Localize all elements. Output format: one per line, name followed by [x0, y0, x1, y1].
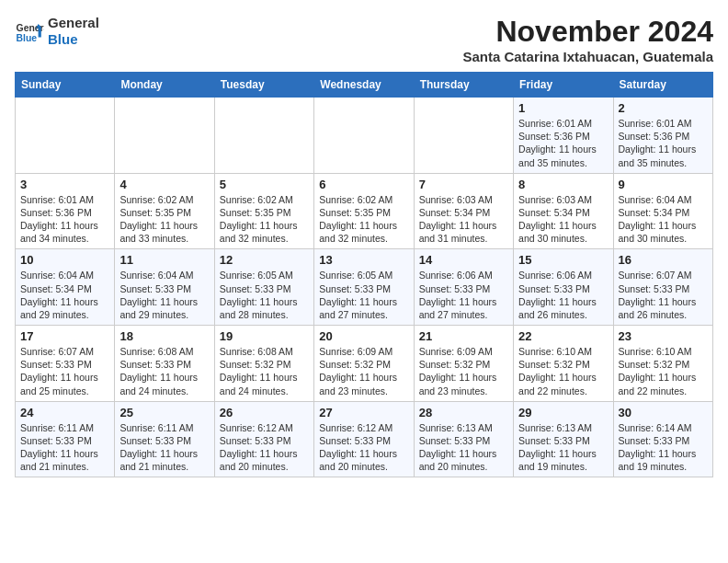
- day-number: 28: [419, 406, 508, 419]
- day-info: Sunrise: 6:02 AMSunset: 5:35 PMDaylight:…: [119, 193, 209, 246]
- day-info: Sunrise: 6:04 AMSunset: 5:34 PMDaylight:…: [20, 269, 109, 321]
- day-info: Sunrise: 6:01 AMSunset: 5:36 PMDaylight:…: [20, 193, 109, 246]
- calendar-week-row: 24Sunrise: 6:11 AMSunset: 5:33 PMDayligh…: [16, 401, 713, 477]
- weekday-header: Thursday: [414, 73, 513, 98]
- weekday-header: Friday: [514, 73, 613, 98]
- month-title: November 2024: [462, 15, 713, 49]
- weekday-header: Saturday: [613, 73, 712, 98]
- day-info: Sunrise: 6:07 AMSunset: 5:33 PMDaylight:…: [20, 345, 109, 397]
- day-info: Sunrise: 6:03 AMSunset: 5:34 PMDaylight:…: [518, 193, 608, 246]
- day-info: Sunrise: 6:09 AMSunset: 5:32 PMDaylight:…: [319, 345, 408, 397]
- calendar-cell: 18Sunrise: 6:08 AMSunset: 5:33 PMDayligh…: [115, 326, 214, 402]
- day-number: 25: [119, 406, 209, 419]
- day-number: 20: [319, 329, 408, 343]
- calendar-week-row: 10Sunrise: 6:04 AMSunset: 5:34 PMDayligh…: [16, 249, 713, 326]
- weekday-header-row: SundayMondayTuesdayWednesdayThursdayFrid…: [16, 73, 713, 98]
- calendar-cell: 10Sunrise: 6:04 AMSunset: 5:34 PMDayligh…: [16, 249, 115, 326]
- svg-text:Blue: Blue: [17, 33, 38, 43]
- calendar-cell: 11Sunrise: 6:04 AMSunset: 5:33 PMDayligh…: [115, 249, 214, 326]
- calendar-cell: 5Sunrise: 6:02 AMSunset: 5:35 PMDaylight…: [214, 173, 313, 249]
- day-number: 6: [319, 178, 408, 191]
- day-info: Sunrise: 6:02 AMSunset: 5:35 PMDaylight:…: [319, 193, 408, 246]
- day-number: 12: [220, 253, 309, 267]
- day-info: Sunrise: 6:10 AMSunset: 5:32 PMDaylight:…: [518, 345, 608, 397]
- calendar-cell: 23Sunrise: 6:10 AMSunset: 5:32 PMDayligh…: [613, 326, 712, 402]
- day-info: Sunrise: 6:09 AMSunset: 5:32 PMDaylight:…: [419, 345, 508, 397]
- calendar-cell: 19Sunrise: 6:08 AMSunset: 5:32 PMDayligh…: [214, 326, 313, 402]
- calendar-table: SundayMondayTuesdayWednesdayThursdayFrid…: [15, 72, 713, 477]
- day-info: Sunrise: 6:01 AMSunset: 5:36 PMDaylight:…: [518, 117, 608, 169]
- day-info: Sunrise: 6:04 AMSunset: 5:33 PMDaylight:…: [119, 269, 209, 321]
- calendar-cell: 1Sunrise: 6:01 AMSunset: 5:36 PMDaylight…: [514, 98, 613, 174]
- day-info: Sunrise: 6:11 AMSunset: 5:33 PMDaylight:…: [119, 421, 209, 474]
- day-number: 4: [119, 178, 209, 191]
- day-info: Sunrise: 6:10 AMSunset: 5:32 PMDaylight:…: [619, 345, 708, 397]
- calendar-cell: 13Sunrise: 6:05 AMSunset: 5:33 PMDayligh…: [314, 249, 414, 326]
- title-block: November 2024 Santa Catarina Ixtahuacan,…: [462, 15, 713, 64]
- calendar-cell: 24Sunrise: 6:11 AMSunset: 5:33 PMDayligh…: [16, 401, 115, 477]
- day-number: 1: [518, 101, 608, 115]
- calendar-cell: 3Sunrise: 6:01 AMSunset: 5:36 PMDaylight…: [16, 173, 115, 249]
- day-number: 19: [220, 329, 309, 343]
- day-info: Sunrise: 6:13 AMSunset: 5:33 PMDaylight:…: [419, 421, 508, 474]
- day-info: Sunrise: 6:12 AMSunset: 5:33 PMDaylight:…: [220, 421, 309, 474]
- day-info: Sunrise: 6:06 AMSunset: 5:33 PMDaylight:…: [419, 269, 508, 321]
- calendar-cell: 7Sunrise: 6:03 AMSunset: 5:34 PMDaylight…: [414, 173, 513, 249]
- day-number: 26: [220, 406, 309, 419]
- calendar-cell: 27Sunrise: 6:12 AMSunset: 5:33 PMDayligh…: [314, 401, 414, 477]
- calendar-cell: 25Sunrise: 6:11 AMSunset: 5:33 PMDayligh…: [115, 401, 214, 477]
- day-number: 2: [619, 101, 708, 115]
- day-number: 10: [20, 253, 109, 267]
- logo: General Blue General Blue: [15, 15, 99, 48]
- day-info: Sunrise: 6:11 AMSunset: 5:33 PMDaylight:…: [20, 421, 109, 474]
- day-info: Sunrise: 6:08 AMSunset: 5:33 PMDaylight:…: [119, 345, 209, 397]
- day-number: 18: [119, 329, 209, 343]
- weekday-header: Sunday: [16, 73, 115, 98]
- day-number: 30: [619, 406, 708, 419]
- calendar-cell: 16Sunrise: 6:07 AMSunset: 5:33 PMDayligh…: [613, 249, 712, 326]
- logo-text-general: General: [48, 15, 99, 31]
- day-number: 16: [619, 253, 708, 267]
- day-info: Sunrise: 6:02 AMSunset: 5:35 PMDaylight:…: [220, 193, 309, 246]
- calendar-cell: 12Sunrise: 6:05 AMSunset: 5:33 PMDayligh…: [214, 249, 313, 326]
- location-subtitle: Santa Catarina Ixtahuacan, Guatemala: [462, 49, 713, 64]
- page-header: General Blue General Blue November 2024 …: [15, 15, 713, 64]
- day-info: Sunrise: 6:14 AMSunset: 5:33 PMDaylight:…: [619, 421, 708, 474]
- calendar-cell: 22Sunrise: 6:10 AMSunset: 5:32 PMDayligh…: [514, 326, 613, 402]
- day-info: Sunrise: 6:06 AMSunset: 5:33 PMDaylight:…: [518, 269, 608, 321]
- calendar-cell: 17Sunrise: 6:07 AMSunset: 5:33 PMDayligh…: [16, 326, 115, 402]
- weekday-header: Monday: [115, 73, 214, 98]
- calendar-cell: [16, 98, 115, 174]
- day-info: Sunrise: 6:03 AMSunset: 5:34 PMDaylight:…: [419, 193, 508, 246]
- day-number: 24: [20, 406, 109, 419]
- calendar-cell: 9Sunrise: 6:04 AMSunset: 5:34 PMDaylight…: [613, 173, 712, 249]
- weekday-header: Tuesday: [214, 73, 313, 98]
- calendar-cell: 4Sunrise: 6:02 AMSunset: 5:35 PMDaylight…: [115, 173, 214, 249]
- calendar-cell: 21Sunrise: 6:09 AMSunset: 5:32 PMDayligh…: [414, 326, 513, 402]
- day-number: 22: [518, 329, 608, 343]
- day-number: 23: [619, 329, 708, 343]
- calendar-cell: 15Sunrise: 6:06 AMSunset: 5:33 PMDayligh…: [514, 249, 613, 326]
- day-info: Sunrise: 6:04 AMSunset: 5:34 PMDaylight:…: [619, 193, 708, 246]
- day-info: Sunrise: 6:08 AMSunset: 5:32 PMDaylight:…: [220, 345, 309, 397]
- day-number: 5: [220, 178, 309, 191]
- calendar-cell: 14Sunrise: 6:06 AMSunset: 5:33 PMDayligh…: [414, 249, 513, 326]
- weekday-header: Wednesday: [314, 73, 414, 98]
- calendar-cell: 2Sunrise: 6:01 AMSunset: 5:36 PMDaylight…: [613, 98, 712, 174]
- day-info: Sunrise: 6:12 AMSunset: 5:33 PMDaylight:…: [319, 421, 408, 474]
- day-number: 14: [419, 253, 508, 267]
- day-info: Sunrise: 6:13 AMSunset: 5:33 PMDaylight:…: [518, 421, 608, 474]
- calendar-cell: [115, 98, 214, 174]
- calendar-cell: 6Sunrise: 6:02 AMSunset: 5:35 PMDaylight…: [314, 173, 414, 249]
- calendar-cell: [214, 98, 313, 174]
- day-number: 13: [319, 253, 408, 267]
- calendar-cell: [414, 98, 513, 174]
- calendar-cell: 28Sunrise: 6:13 AMSunset: 5:33 PMDayligh…: [414, 401, 513, 477]
- calendar-week-row: 1Sunrise: 6:01 AMSunset: 5:36 PMDaylight…: [16, 98, 713, 174]
- day-number: 3: [20, 178, 109, 191]
- calendar-cell: 26Sunrise: 6:12 AMSunset: 5:33 PMDayligh…: [214, 401, 313, 477]
- day-number: 21: [419, 329, 508, 343]
- day-number: 17: [20, 329, 109, 343]
- calendar-week-row: 17Sunrise: 6:07 AMSunset: 5:33 PMDayligh…: [16, 326, 713, 402]
- calendar-cell: [314, 98, 414, 174]
